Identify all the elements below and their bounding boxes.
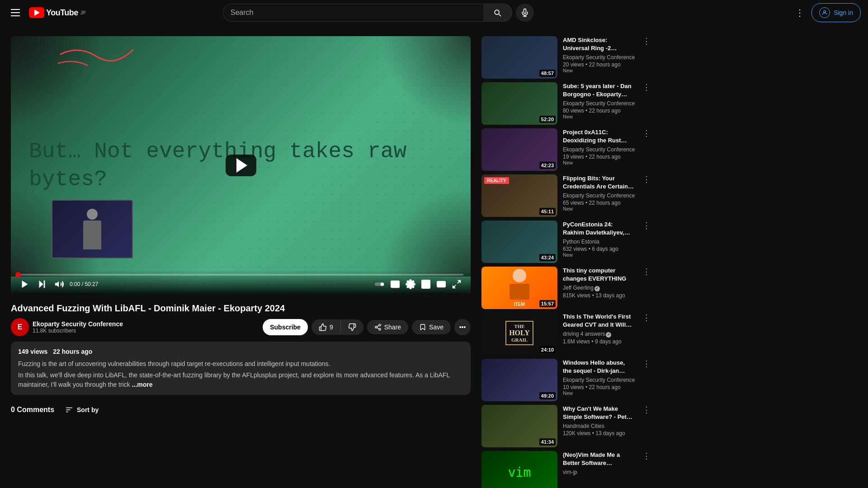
holy-grail-label: THE HOLY GRAIL xyxy=(505,321,533,345)
progress-dot xyxy=(15,272,21,277)
svg-rect-8 xyxy=(391,281,399,288)
sidebar-thumbnail: ITEM 15:57 xyxy=(481,267,557,309)
subscribe-button[interactable]: Subscribe xyxy=(263,319,308,335)
fullscreen-button[interactable] xyxy=(450,277,463,291)
video-meta: E Ekoparty Security Conference 11.8K sub… xyxy=(11,318,471,336)
channel-avatar[interactable]: E xyxy=(11,318,29,336)
sidebar-more-button[interactable]: ⋮ xyxy=(641,36,652,46)
save-button[interactable]: Save xyxy=(412,320,451,334)
sidebar-thumbnail: 48:57 xyxy=(481,36,557,79)
sidebar-item[interactable]: THE HOLY GRAIL 24:10 This Is The World's… xyxy=(481,313,652,355)
sidebar-video-info: AMD Sinkclose: Universal Ring -2 Privile… xyxy=(561,36,637,79)
video-duration: 15:57 xyxy=(539,300,556,307)
svg-marker-2 xyxy=(22,281,28,288)
skip-next-icon xyxy=(37,279,47,289)
sidebar-video-meta: 815K views • 13 days ago xyxy=(563,292,635,299)
sidebar-item[interactable]: 41:34 Why Can't We Make Simple Software?… xyxy=(481,405,652,447)
sidebar-more-button[interactable]: ⋮ xyxy=(641,405,652,415)
play-button[interactable] xyxy=(18,277,32,291)
sidebar-thumbnail: vim xyxy=(481,451,557,488)
dislike-button[interactable] xyxy=(341,319,363,335)
controls-right xyxy=(373,277,463,291)
search-bar xyxy=(223,4,512,22)
sidebar-video-title: Why Can't We Make Simple Software? - Pet… xyxy=(563,405,635,421)
hamburger-line xyxy=(11,9,20,10)
video-player[interactable]: But… Not everything takes raw bytes? xyxy=(11,36,471,295)
settings-button[interactable] xyxy=(404,277,417,291)
video-title: Advanced Fuzzing With LibAFL - Dominik M… xyxy=(11,302,471,314)
sidebar-item[interactable]: 42:23 Project 0xA11C: Deoxidizing the Ru… xyxy=(481,128,652,171)
show-more-link[interactable]: ...more xyxy=(132,381,153,388)
more-options-button[interactable]: ⋮ xyxy=(792,4,808,22)
sidebar-item[interactable]: 48:57 AMD Sinkclose: Universal Ring -2 P… xyxy=(481,36,652,79)
video-duration: 42:23 xyxy=(539,162,556,169)
sidebar-video-title: This Is The World's First Geared CVT and… xyxy=(563,313,635,329)
sidebar-more-button[interactable]: ⋮ xyxy=(641,128,652,138)
jeff-head xyxy=(513,269,526,282)
theater-button[interactable] xyxy=(434,277,448,291)
svg-rect-4 xyxy=(44,281,45,288)
sidebar-more-button[interactable]: ⋮ xyxy=(641,313,652,323)
sidebar-channel-name: Handmade Cities xyxy=(563,423,635,429)
sidebar-channel-name: Python Estonia xyxy=(563,239,635,245)
sort-by-button[interactable]: Sort by xyxy=(65,406,99,414)
sidebar-channel-name: Ekoparty Security Conference xyxy=(563,54,635,61)
share-button[interactable]: Share xyxy=(367,320,408,334)
sidebar-thumbnail: 43:24 xyxy=(481,221,557,263)
holy-label: HOLY xyxy=(509,329,530,337)
hamburger-button[interactable] xyxy=(7,5,24,20)
sidebar-item[interactable]: REALITY 45:11 Flipping Bits: Your Creden… xyxy=(481,174,652,217)
new-badge: New xyxy=(563,160,635,165)
sort-icon xyxy=(65,406,73,414)
sidebar: 48:57 AMD Sinkclose: Universal Ring -2 P… xyxy=(481,25,663,488)
sidebar-more-button[interactable]: ⋮ xyxy=(641,267,652,277)
miniplayer-button[interactable] xyxy=(419,277,433,291)
sidebar-item[interactable]: 49:20 Windows Hello abuse, the sequel - … xyxy=(481,359,652,401)
video-area: But… Not everything takes raw bytes? xyxy=(0,25,481,488)
search-button[interactable] xyxy=(483,4,512,22)
share-label: Share xyxy=(384,324,401,331)
sidebar-channel-name: driving 4 answers xyxy=(563,331,635,338)
sidebar-item[interactable]: 52:20 Sube: 5 years later - Dan Borgogno… xyxy=(481,82,652,125)
sidebar-video-meta: 632 views • 6 days ago xyxy=(563,246,635,252)
time-display: 0:00 / 50:27 xyxy=(70,281,98,287)
subtitles-button[interactable] xyxy=(388,277,402,291)
description-box[interactable]: 149 views 22 hours ago Fuzzing is the ar… xyxy=(11,342,471,395)
sidebar-more-button[interactable]: ⋮ xyxy=(641,82,652,92)
the-label: THE xyxy=(509,324,530,329)
sidebar-more-button[interactable]: ⋮ xyxy=(641,174,652,184)
sidebar-more-button[interactable]: ⋮ xyxy=(641,359,652,369)
sidebar-item[interactable]: 43:24 PyConEstonia 24: Rakhim Davletkali… xyxy=(481,221,652,263)
search-input[interactable] xyxy=(223,4,483,22)
svg-point-17 xyxy=(379,324,381,326)
header-left: YouTubeJP xyxy=(7,5,86,20)
voice-search-button[interactable] xyxy=(516,4,534,22)
like-button[interactable]: 9 xyxy=(311,319,341,335)
channel-info: Ekoparty Security Conference 11.8K subsc… xyxy=(33,320,259,334)
sign-in-button[interactable]: Sign in xyxy=(811,3,861,22)
grail-label: GRAIL xyxy=(509,337,530,343)
fullscreen-icon xyxy=(452,279,462,289)
channel-name[interactable]: Ekoparty Security Conference xyxy=(33,320,259,328)
play-button-overlay[interactable] xyxy=(226,155,256,176)
sidebar-more-button[interactable]: ⋮ xyxy=(641,221,652,230)
sidebar-thumbnail: 52:20 xyxy=(481,82,557,125)
svg-line-21 xyxy=(377,325,379,327)
autoplay-toggle[interactable] xyxy=(373,277,387,291)
sidebar-video-title: Windows Hello abuse, the sequel - Dirk-j… xyxy=(563,359,635,375)
post-time: 22 hours ago xyxy=(53,348,92,355)
theater-icon xyxy=(436,279,446,289)
more-actions-button[interactable]: ••• xyxy=(454,319,471,335)
youtube-logo[interactable]: YouTubeJP xyxy=(29,7,86,18)
volume-button[interactable] xyxy=(52,277,66,291)
svg-rect-0 xyxy=(524,9,526,14)
sidebar-video-info: PyConEstonia 24: Rakhim Davletkaliyev, "… xyxy=(561,221,637,263)
next-button[interactable] xyxy=(35,277,49,291)
progress-bar[interactable] xyxy=(18,274,463,276)
video-player-wrapper: But… Not everything takes raw bytes? xyxy=(11,36,471,295)
description-long: In this talk, we'll dive deep into LibAF… xyxy=(18,371,463,389)
sidebar-item[interactable]: ITEM 15:57 This tiny computer changes EV… xyxy=(481,267,652,309)
mic-icon xyxy=(520,8,529,17)
sidebar-more-button[interactable]: ⋮ xyxy=(641,451,652,461)
sidebar-item[interactable]: vim (Neo)Vim Made Me a Better Software D… xyxy=(481,451,652,488)
